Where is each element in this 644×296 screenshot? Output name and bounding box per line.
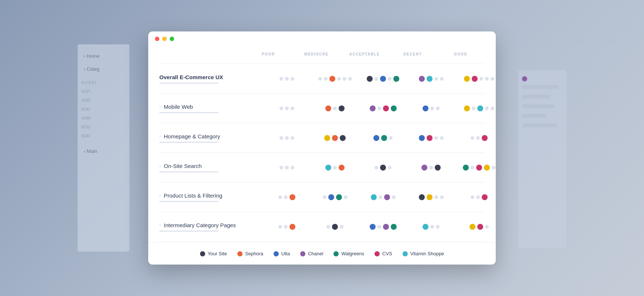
bg-sidebar-categ: Categ [81,65,126,73]
site-dot [325,105,331,111]
maximize-button[interactable] [170,37,174,41]
legend-dot-chanel [300,251,305,256]
site-dot [291,107,294,110]
row-product-lists[interactable]: ›Product Lists & Filtering [159,182,485,212]
row-intermediary-category[interactable]: ›Intermediary Category Pages [159,212,485,242]
site-dot [421,165,427,171]
row-underline-mobile-web [159,112,218,113]
site-dot [289,194,295,200]
site-dot [284,195,288,199]
dot-col-overall-2 [359,76,407,82]
site-dot [440,136,444,140]
dots-area-on-site-search [263,165,496,171]
site-dot [380,165,386,171]
site-dot [477,105,483,111]
site-dot [492,166,495,169]
row-overall[interactable]: Overall E-Commerce UX [159,64,485,94]
legend-item-sephora: Sephora [237,251,263,256]
row-label-intermediary-category: ›Intermediary Category Pages [159,222,263,232]
site-dot [379,195,382,199]
site-dot [435,165,441,171]
col-decent: DECENT [389,52,437,56]
legend-item-ulta: Ulta [274,251,290,256]
row-arrow-product-lists: › [159,193,161,198]
site-dot [278,225,282,229]
row-underline-intermediary-category [159,231,218,232]
row-label-on-site-search: ›On-Site Search [159,163,263,172]
dot-col-overall-4 [455,76,496,82]
legend-label: Chanel [308,251,323,256]
legend-label: Ulta [281,251,290,256]
dot-col-product-lists-3 [407,194,455,200]
legend-label: CVS [382,251,392,256]
dot-col-overall-3 [407,76,455,82]
legend-dot-cvs [374,251,380,256]
bg-right-dot [522,76,563,81]
row-homepage-category[interactable]: ›Homepage & Category [159,123,485,153]
dot-col-product-lists-1 [311,194,359,200]
legend-item-vitamin-shoppe: Vitamin Shoppe [403,251,444,256]
dot-col-intermediary-category-3 [407,224,455,230]
dot-col-homepage-category-0 [263,136,311,140]
dot-col-mobile-web-1 [311,105,359,111]
legend-item-cvs: CVS [374,251,392,256]
site-dot [279,107,283,110]
close-button[interactable] [155,37,159,41]
dot-col-product-lists-2 [359,194,407,200]
row-arrow-on-site-search: › [159,163,161,168]
row-label-text-product-lists: Product Lists & Filtering [164,192,222,199]
site-dot [440,195,444,199]
row-label-overall: Overall E-Commerce UX [159,74,263,84]
site-dot [337,77,341,81]
row-label-text-homepage-category: Homepage & Category [164,133,220,139]
dot-col-intermediary-category-0 [263,224,311,230]
bg-sidebar-main: Main [81,147,126,155]
dot-col-on-site-search-3 [407,165,455,171]
site-dot [374,77,378,81]
row-mobile-web[interactable]: ›Mobile Web [159,94,485,123]
legend-dot-ulta [274,251,279,256]
site-dot [471,166,474,169]
site-dot [324,77,328,81]
minimize-button[interactable] [162,37,167,41]
site-dot [348,77,352,81]
legend-dot-vitamin-shoppe [403,251,408,256]
site-dot [383,105,389,111]
site-dot [388,77,392,81]
col-acceptable: ACCEPTABLE [340,52,389,56]
dot-col-product-lists-0 [263,194,311,200]
site-dot [343,77,346,81]
row-arrow-mobile-web: › [159,104,161,109]
site-dot [333,166,337,169]
site-dot [285,166,289,169]
site-dot [472,76,478,82]
legend-label: Walgreens [341,251,364,256]
site-dot [291,136,294,140]
site-dot [285,107,289,110]
dot-col-on-site-search-2 [359,165,407,171]
legend-item-chanel: Chanel [300,251,323,256]
site-dot [392,195,396,199]
row-on-site-search[interactable]: ›On-Site Search [159,153,485,182]
site-dot [440,77,444,81]
site-dot [374,166,378,169]
site-dot [476,195,480,199]
site-dot [477,224,483,230]
site-dot [377,225,381,229]
site-dot [434,77,438,81]
bg-sidebar-divider: GUIDEL [81,81,126,85]
site-dot [491,107,494,110]
site-dot [419,76,425,82]
legend-item-your-site: Your Site [200,251,227,256]
site-dot [464,76,470,82]
dot-col-homepage-category-1 [311,135,359,141]
dot-col-mobile-web-2 [359,105,407,111]
site-dot [291,77,294,81]
site-dot [332,135,338,141]
site-dot [339,105,345,111]
site-dot [429,166,433,169]
site-dot [284,225,288,229]
dot-col-product-lists-4 [455,194,496,200]
site-dot [423,105,428,111]
site-dot [471,195,474,199]
